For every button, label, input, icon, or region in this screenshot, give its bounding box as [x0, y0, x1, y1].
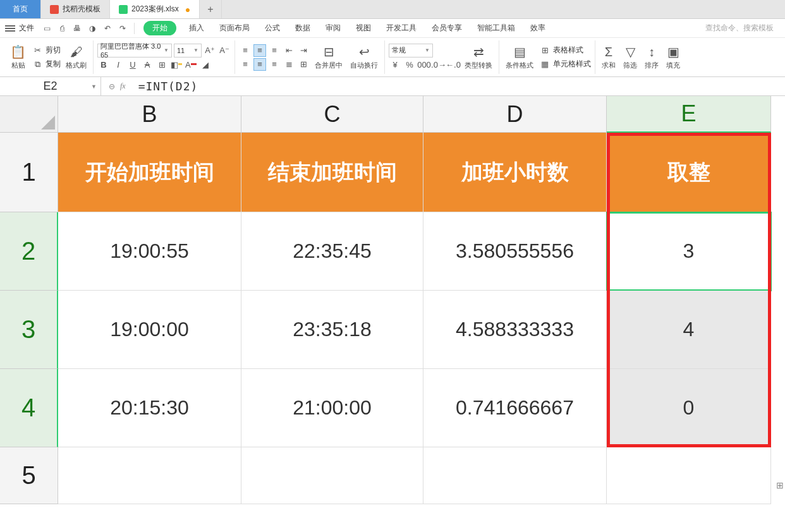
- col-header-E[interactable]: E: [607, 96, 771, 133]
- cell-E3[interactable]: 4: [607, 291, 771, 369]
- cell-D1[interactable]: 加班小时数: [423, 133, 607, 212]
- hamburger-icon[interactable]: [5, 25, 15, 32]
- italic-button[interactable]: I: [112, 59, 125, 71]
- tab-add[interactable]: +: [200, 0, 221, 18]
- sidebar-toggle-icon[interactable]: ⊞: [776, 480, 784, 490]
- cell-D5[interactable]: [423, 447, 607, 504]
- cell-E1[interactable]: 取整: [607, 133, 771, 212]
- cell-C3[interactable]: 23:35:18: [241, 291, 423, 369]
- number-format-select[interactable]: 常规▼: [389, 44, 433, 57]
- row-header-1[interactable]: 1: [0, 133, 58, 212]
- table-style-button[interactable]: ⊞: [539, 44, 551, 57]
- increase-decimal-button[interactable]: .0→: [432, 59, 445, 71]
- cell-B1[interactable]: 开始加班时间: [58, 133, 241, 212]
- zoom-icon[interactable]: ⊖: [109, 82, 115, 91]
- row-header-4[interactable]: 4: [0, 369, 58, 447]
- bold-button[interactable]: B: [97, 59, 110, 71]
- sort-button[interactable]: ↕排序: [642, 44, 661, 71]
- wrap-button[interactable]: ↩自动换行: [348, 43, 380, 71]
- cut-button[interactable]: ✂: [31, 44, 44, 57]
- menu-layout[interactable]: 页面布局: [213, 23, 256, 33]
- cell-E4[interactable]: 0: [607, 369, 771, 447]
- cell-C5[interactable]: [241, 447, 423, 504]
- undo-icon[interactable]: ↶: [101, 22, 114, 35]
- strike-button[interactable]: A: [141, 59, 154, 71]
- increase-font-button[interactable]: A⁺: [204, 44, 216, 57]
- cell-E2[interactable]: 3: [607, 212, 771, 291]
- percent-button[interactable]: %: [403, 59, 416, 71]
- menu-efficiency[interactable]: 效率: [524, 23, 552, 33]
- align-top-button[interactable]: ≡: [239, 44, 252, 57]
- phonetic-button[interactable]: ◢: [199, 59, 212, 71]
- print-preview-icon[interactable]: ⎙: [56, 22, 68, 35]
- row-header-2[interactable]: 2: [0, 212, 58, 291]
- menu-review[interactable]: 审阅: [319, 23, 347, 33]
- menu-dev[interactable]: 开发工具: [380, 23, 423, 33]
- row-header-5[interactable]: 5: [0, 447, 58, 504]
- cell-D3[interactable]: 4.588333333: [423, 291, 607, 369]
- tab-home[interactable]: 首页: [0, 0, 41, 18]
- cell-E5[interactable]: [607, 447, 771, 504]
- preview-icon[interactable]: ◑: [86, 22, 99, 35]
- underline-button[interactable]: U: [126, 59, 139, 71]
- fill-button[interactable]: ▣填充: [664, 43, 683, 71]
- menu-file[interactable]: 文件: [19, 23, 34, 33]
- font-name-select[interactable]: 阿里巴巴普惠体 3.0 65▼: [97, 44, 172, 57]
- tab-template[interactable]: 找稻壳模板: [41, 0, 110, 18]
- cell-D4[interactable]: 0.741666667: [423, 369, 607, 447]
- col-header-C[interactable]: C: [241, 96, 423, 133]
- font-color-button[interactable]: A: [185, 59, 197, 71]
- decrease-decimal-button[interactable]: ←.0: [447, 59, 459, 71]
- align-center-button[interactable]: ≡: [253, 58, 266, 71]
- cell-C4[interactable]: 21:00:00: [241, 369, 423, 447]
- cell-D2[interactable]: 3.580555556: [423, 212, 607, 291]
- select-all-corner[interactable]: [0, 96, 58, 133]
- cell-B4[interactable]: 20:15:30: [58, 369, 241, 447]
- menu-smart[interactable]: 智能工具箱: [471, 23, 521, 33]
- align-bottom-button[interactable]: ≡: [268, 44, 281, 57]
- align-middle-button[interactable]: ≡: [253, 44, 266, 57]
- menu-view[interactable]: 视图: [350, 23, 377, 33]
- increase-indent-button[interactable]: ⇥: [297, 44, 310, 57]
- currency-button[interactable]: ¥: [389, 59, 401, 71]
- cond-format-button[interactable]: ▤条件格式: [503, 43, 536, 71]
- col-header-D[interactable]: D: [423, 96, 607, 133]
- row-header-3[interactable]: 3: [0, 291, 58, 369]
- menu-start[interactable]: 开始: [143, 21, 176, 35]
- print-icon[interactable]: 🖶: [71, 22, 83, 35]
- name-box[interactable]: E2▼: [0, 77, 101, 95]
- decrease-font-button[interactable]: A⁻: [218, 44, 231, 57]
- comma-button[interactable]: 000: [418, 59, 430, 71]
- justify-button[interactable]: ≣: [283, 58, 295, 71]
- redo-icon[interactable]: ↷: [116, 22, 129, 35]
- decrease-indent-button[interactable]: ⇤: [283, 44, 295, 57]
- fx-icon[interactable]: fx: [120, 82, 126, 91]
- cell-B3[interactable]: 19:00:00: [58, 291, 241, 369]
- search-input[interactable]: 查找命令、搜索模板: [699, 23, 780, 33]
- formula-input[interactable]: =INT(D2): [133, 80, 785, 93]
- cell-B5[interactable]: [58, 447, 241, 504]
- fill-color-button[interactable]: ◧: [170, 59, 183, 71]
- menu-insert[interactable]: 插入: [183, 23, 210, 33]
- type-convert-button[interactable]: ⇄类型转换: [462, 43, 495, 71]
- filter-button[interactable]: ▽筛选: [621, 43, 640, 71]
- copy-button[interactable]: ⧉: [31, 58, 44, 71]
- merge-button[interactable]: ⊟合并居中: [312, 43, 345, 71]
- font-size-select[interactable]: 11▼: [174, 44, 202, 57]
- menu-data[interactable]: 数据: [289, 23, 317, 33]
- cell-B2[interactable]: 19:00:55: [58, 212, 241, 291]
- orientation-button[interactable]: ⊞: [297, 58, 310, 71]
- menu-member[interactable]: 会员专享: [425, 23, 468, 33]
- align-right-button[interactable]: ≡: [268, 58, 281, 71]
- border-button[interactable]: ⊞: [155, 59, 168, 71]
- format-painter-button[interactable]: 🖌格式刷: [63, 44, 89, 71]
- paste-button[interactable]: 📋粘贴: [8, 43, 28, 71]
- cell-style-button[interactable]: ▦: [539, 58, 551, 71]
- tab-document[interactable]: 2023案例.xlsx●: [110, 0, 200, 18]
- save-icon[interactable]: ▭: [40, 22, 53, 35]
- menu-formula[interactable]: 公式: [259, 23, 286, 33]
- cell-C1[interactable]: 结束加班时间: [241, 133, 423, 212]
- align-left-button[interactable]: ≡: [239, 58, 252, 71]
- sum-button[interactable]: Σ求和: [599, 44, 618, 71]
- cell-C2[interactable]: 22:35:45: [241, 212, 423, 291]
